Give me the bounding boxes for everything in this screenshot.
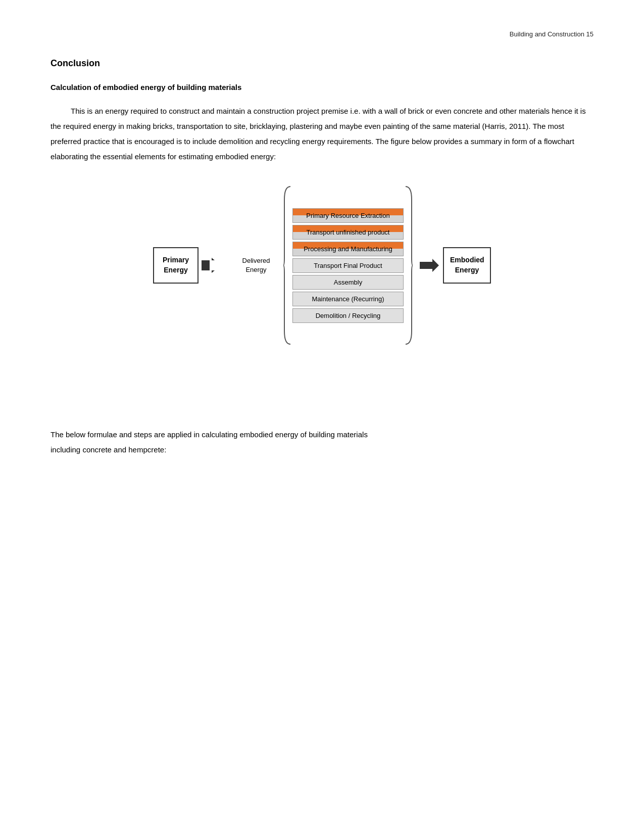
- flowchart-area: Primary Energy Delivered Energy: [51, 184, 593, 346]
- box-stack: Primary Resource Extraction Transport un…: [292, 208, 404, 323]
- delivered-energy-box: Delivered Energy: [236, 256, 276, 274]
- page-header: Building and Construction 15: [51, 30, 593, 38]
- section-title: Conclusion: [51, 58, 593, 69]
- brace-stack: Primary Resource Extraction Transport un…: [282, 184, 414, 346]
- primary-energy-box: Primary Energy: [153, 247, 199, 283]
- body-paragraph: This is an energy required to construct …: [51, 104, 593, 164]
- bottom-text-line2: including concrete and hempcrete:: [51, 442, 593, 457]
- sub-title: Calculation of embodied energy of buildi…: [51, 83, 593, 91]
- embodied-energy-box: Embodied Energy: [443, 247, 491, 283]
- svg-marker-0: [420, 259, 439, 272]
- flowchart: Primary Energy Delivered Energy: [153, 184, 491, 346]
- stack-box-5: Assembly: [292, 275, 404, 290]
- stack-box-6: Maintenance (Recurring): [292, 292, 404, 306]
- stack-box-7: Demolition / Recycling: [292, 308, 404, 323]
- stack-box-2: Transport unfinished product: [292, 225, 404, 240]
- stack-box-4: Transport Final Product: [292, 258, 404, 273]
- primary-to-delivered-arrow: [201, 255, 231, 275]
- stack-box-3: Processing and Manufacturing: [292, 242, 404, 256]
- stack-to-embodied-arrow: [420, 258, 440, 273]
- bottom-text-line1: The below formulae and steps are applied…: [51, 427, 593, 442]
- spacer: [51, 366, 593, 427]
- stack-box-1: Primary Resource Extraction: [292, 208, 404, 223]
